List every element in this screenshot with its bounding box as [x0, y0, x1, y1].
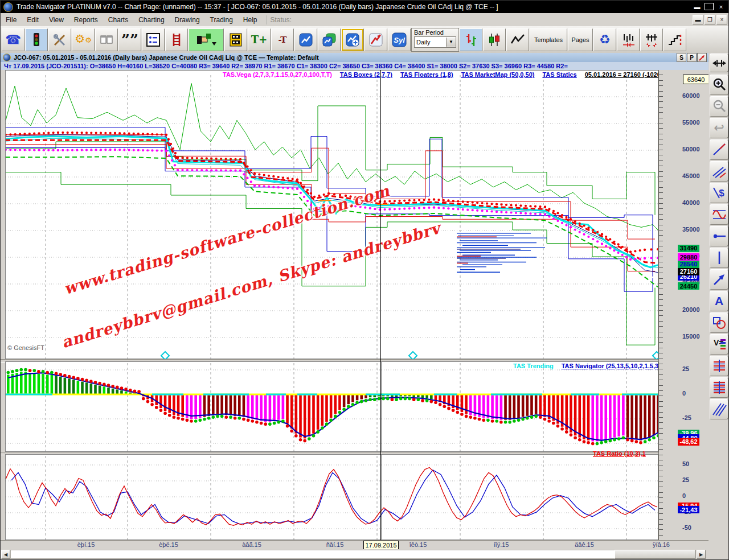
legend-item[interactable]: TAS Statics — [542, 71, 576, 78]
time-axis-label: èþë.15 — [159, 541, 178, 548]
watch-list-icon — [146, 32, 161, 47]
pages-button[interactable]: Pages — [568, 28, 593, 51]
watch-list-button[interactable] — [142, 28, 165, 51]
menu-edit[interactable]: Edit — [22, 14, 44, 26]
dollar-line-button[interactable]: $ — [710, 183, 728, 203]
header-s-button[interactable]: S — [677, 53, 686, 62]
legend-item[interactable]: TAS Trending — [513, 363, 554, 369]
text-minus-button[interactable]: -T — [271, 28, 294, 51]
price-scale[interactable]: 6364060000550005000045000400003500030000… — [658, 70, 708, 540]
menu-file[interactable]: File — [1, 14, 22, 26]
scroll-right-icon[interactable]: ▶ — [697, 550, 706, 559]
vertical-line-button[interactable] — [710, 248, 728, 268]
menu-trading[interactable]: Trading — [205, 14, 238, 26]
menu-view[interactable]: View — [44, 14, 69, 26]
legend-item[interactable]: TAS Floaters (1,8) — [400, 71, 453, 78]
title-bar: Trade Navigator PLATINUM v7.0 -- Chart P… — [1, 1, 729, 13]
mdi-restore-icon[interactable]: ❒ — [705, 15, 715, 24]
zoom-in-button[interactable] — [710, 75, 728, 95]
step-chart-button[interactable] — [664, 28, 686, 51]
ratio-panel-plot[interactable] — [5, 454, 658, 540]
undo-button[interactable]: ↩ — [710, 118, 728, 138]
film-strip-button[interactable] — [224, 28, 247, 51]
trendline-button[interactable] — [710, 139, 728, 160]
menu-drawing[interactable]: Drawing — [170, 14, 205, 26]
main-toolbar: ☎⚙⚙””T+-TSylBar PeriodDaily▼TemplatesPag… — [1, 26, 729, 53]
wave-channel-icon — [712, 207, 727, 222]
bar-period-select[interactable]: Daily▼ — [414, 36, 456, 48]
price-badge: 29880 — [678, 253, 699, 261]
horizontal-line-button[interactable] — [710, 226, 728, 246]
quotes-button[interactable]: ”” — [118, 28, 141, 51]
settings-gears-button[interactable]: ⚙⚙ — [72, 28, 95, 51]
menu-charts[interactable]: Charts — [103, 14, 133, 26]
price-axis-label: 15000 — [682, 333, 700, 340]
chevron-down-icon[interactable]: ▼ — [446, 38, 456, 47]
legend-item[interactable]: TAS.Vega (2,7,3,7,1.15,0,27,0,100,T,T) — [223, 71, 332, 78]
menu-help[interactable]: Help — [238, 14, 263, 26]
ohlc-readout: Чт 17.09.2015 (JCO-201511): O=38650 H=40… — [4, 63, 568, 69]
tools-button[interactable] — [48, 28, 71, 51]
windows-button[interactable] — [95, 28, 118, 51]
fib-extension-button[interactable] — [710, 377, 728, 398]
header-chart-popout-button[interactable] — [697, 53, 707, 62]
new-chart-button[interactable] — [294, 28, 317, 51]
legend-item[interactable]: TAS Ratio (10,3),1 — [593, 450, 646, 457]
fib-retracement-button[interactable] — [710, 356, 728, 376]
recycle-button[interactable]: ♻ — [593, 28, 616, 51]
legend-item[interactable]: 05.01.2016 = 27160 (-1020) — [585, 71, 663, 78]
navigator-panel-plot[interactable] — [5, 361, 658, 452]
scroll-left-icon[interactable]: ◀ — [1, 550, 10, 559]
copy-chart-button[interactable] — [318, 28, 341, 51]
shapes-tool-button[interactable] — [710, 312, 728, 333]
bars-style-button[interactable] — [460, 28, 482, 51]
main-chart-plot[interactable] — [5, 70, 658, 359]
menu-charting[interactable]: Charting — [133, 14, 169, 26]
chart-window-header[interactable]: JCO-067: 05.01.2015 - 05.01.2016 (Daily … — [1, 53, 729, 62]
angle-lines-button[interactable] — [710, 399, 728, 419]
line-style-button[interactable] — [506, 28, 529, 51]
maximize-icon[interactable] — [705, 3, 714, 10]
mdi-close-icon[interactable]: × — [716, 15, 727, 24]
chart-alert-button[interactable] — [364, 28, 387, 51]
line-style-icon — [510, 32, 525, 47]
expand-bars-button[interactable] — [640, 28, 663, 51]
price-axis-label: 20000 — [682, 306, 700, 313]
trade-button[interactable] — [189, 28, 224, 51]
header-p-button[interactable]: P — [687, 53, 697, 62]
horizontal-scrollbar[interactable]: ◀ ▶ — [1, 549, 708, 559]
legend-item[interactable]: TAS Boxes (2,7,7) — [340, 71, 392, 78]
minimize-icon[interactable]: ▬ — [692, 3, 702, 11]
legend-item[interactable]: TAS MarketMap (50,0,50) — [461, 71, 535, 78]
legend-item[interactable]: TAS Navigator (25,13,5,10,2,1.5,30) — [562, 363, 664, 369]
ladder-button[interactable] — [165, 28, 188, 51]
syl-button[interactable]: Syl — [388, 28, 411, 51]
value-colors-icon: V= — [712, 337, 727, 352]
menu-reports[interactable]: Reports — [69, 14, 103, 26]
zoom-out-button[interactable] — [710, 96, 728, 117]
text-plus-button[interactable]: T+ — [248, 28, 271, 51]
time-axis[interactable]: èþí.15èþë.15àâã.15ñåí.15îêò.15íîÿ.15äåê.… — [1, 540, 708, 550]
templates-button[interactable]: Templates — [530, 28, 567, 51]
quote-info-line: Чт 17.09.2015 (JCO-201511): O=38650 H=40… — [1, 62, 729, 70]
navigator-badge: -48,62 — [678, 438, 699, 446]
traffic-light-button[interactable] — [25, 28, 48, 51]
scrollbar-thumb[interactable] — [615, 550, 695, 559]
text-tool-button[interactable]: A — [710, 291, 728, 311]
add-chart-button[interactable] — [341, 28, 364, 51]
close-icon[interactable]: × — [716, 3, 726, 11]
candles-style-button[interactable] — [483, 28, 506, 51]
mdi-minimize-icon[interactable]: ▬ — [693, 15, 703, 24]
svg-text:Syl: Syl — [394, 36, 405, 44]
scrollbar-track[interactable] — [10, 550, 696, 559]
wave-channel-button[interactable] — [710, 204, 728, 225]
navigator-legend: TAS TrendingTAS Navigator (25,13,5,10,2,… — [513, 363, 664, 369]
arrow-tool-button[interactable] — [710, 269, 728, 290]
time-axis-label: àâã.15 — [242, 541, 261, 548]
horizontal-resize-button[interactable] — [710, 53, 728, 72]
compress-bars-button[interactable] — [617, 28, 640, 51]
parallel-lines-button[interactable] — [710, 161, 728, 182]
value-colors-button[interactable]: V= — [710, 334, 728, 355]
phone-button[interactable]: ☎ — [2, 28, 24, 51]
horizontal-line-dot-icon — [712, 229, 727, 244]
